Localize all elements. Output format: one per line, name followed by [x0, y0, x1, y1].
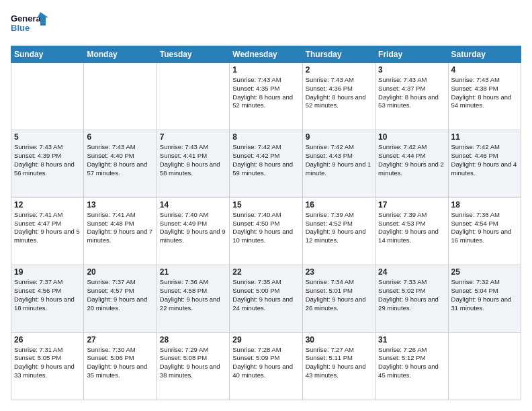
day-number: 5	[14, 132, 81, 142]
calendar-header-row: SundayMondayTuesdayWednesdayThursdayFrid…	[11, 46, 521, 63]
calendar-cell	[157, 63, 229, 130]
day-info: Sunrise: 7:42 AM Sunset: 4:44 PM Dayligh…	[378, 143, 445, 177]
calendar-cell: 2Sunrise: 7:43 AM Sunset: 4:36 PM Daylig…	[302, 63, 375, 130]
day-number: 23	[306, 267, 372, 277]
svg-text:General: General	[11, 13, 43, 24]
day-number: 1	[232, 65, 299, 75]
calendar-cell: 27Sunrise: 7:30 AM Sunset: 5:06 PM Dayli…	[84, 332, 157, 400]
day-number: 13	[87, 200, 153, 210]
day-info: Sunrise: 7:28 AM Sunset: 5:09 PM Dayligh…	[232, 346, 299, 380]
day-number: 26	[14, 335, 81, 345]
day-number: 4	[451, 65, 518, 75]
day-number: 12	[14, 200, 81, 210]
weekday-header-thursday: Thursday	[302, 46, 375, 63]
day-number: 21	[160, 267, 226, 277]
day-info: Sunrise: 7:37 AM Sunset: 4:56 PM Dayligh…	[14, 278, 81, 312]
calendar-week-row: 26Sunrise: 7:31 AM Sunset: 5:05 PM Dayli…	[11, 332, 521, 400]
calendar-cell: 21Sunrise: 7:36 AM Sunset: 4:58 PM Dayli…	[157, 265, 229, 332]
day-number: 20	[87, 267, 153, 277]
calendar-week-row: 19Sunrise: 7:37 AM Sunset: 4:56 PM Dayli…	[11, 265, 521, 332]
calendar-cell: 6Sunrise: 7:43 AM Sunset: 4:40 PM Daylig…	[84, 130, 157, 197]
day-info: Sunrise: 7:37 AM Sunset: 4:57 PM Dayligh…	[87, 278, 153, 312]
weekday-header-friday: Friday	[375, 46, 448, 63]
day-number: 11	[451, 132, 518, 142]
day-info: Sunrise: 7:34 AM Sunset: 5:01 PM Dayligh…	[306, 278, 372, 312]
day-number: 18	[451, 200, 518, 210]
calendar-cell: 16Sunrise: 7:39 AM Sunset: 4:52 PM Dayli…	[302, 197, 375, 265]
day-info: Sunrise: 7:38 AM Sunset: 4:54 PM Dayligh…	[451, 211, 518, 245]
day-info: Sunrise: 7:27 AM Sunset: 5:11 PM Dayligh…	[306, 346, 372, 380]
day-number: 2	[306, 65, 372, 75]
calendar-cell	[11, 63, 84, 130]
day-number: 6	[87, 132, 153, 142]
day-number: 14	[160, 200, 226, 210]
day-number: 8	[232, 132, 299, 142]
day-info: Sunrise: 7:30 AM Sunset: 5:06 PM Dayligh…	[87, 346, 153, 380]
calendar-cell: 13Sunrise: 7:41 AM Sunset: 4:48 PM Dayli…	[84, 197, 157, 265]
day-number: 22	[232, 267, 299, 277]
day-info: Sunrise: 7:43 AM Sunset: 4:35 PM Dayligh…	[232, 76, 299, 110]
calendar-cell: 3Sunrise: 7:43 AM Sunset: 4:37 PM Daylig…	[375, 63, 448, 130]
day-number: 16	[306, 200, 372, 210]
day-info: Sunrise: 7:40 AM Sunset: 4:49 PM Dayligh…	[160, 211, 226, 245]
day-number: 19	[14, 267, 81, 277]
day-number: 25	[451, 267, 518, 277]
day-number: 31	[378, 335, 445, 345]
calendar-cell: 29Sunrise: 7:28 AM Sunset: 5:09 PM Dayli…	[230, 332, 302, 400]
calendar-cell: 23Sunrise: 7:34 AM Sunset: 5:01 PM Dayli…	[302, 265, 375, 332]
day-info: Sunrise: 7:35 AM Sunset: 5:00 PM Dayligh…	[232, 278, 299, 312]
day-number: 24	[378, 267, 445, 277]
calendar-cell: 26Sunrise: 7:31 AM Sunset: 5:05 PM Dayli…	[11, 332, 84, 400]
weekday-header-tuesday: Tuesday	[157, 46, 229, 63]
day-number: 27	[87, 335, 153, 345]
weekday-header-wednesday: Wednesday	[230, 46, 302, 63]
day-info: Sunrise: 7:43 AM Sunset: 4:41 PM Dayligh…	[160, 143, 226, 177]
calendar-table: SundayMondayTuesdayWednesdayThursdayFrid…	[11, 46, 521, 400]
day-info: Sunrise: 7:39 AM Sunset: 4:53 PM Dayligh…	[378, 211, 445, 245]
day-info: Sunrise: 7:33 AM Sunset: 5:02 PM Dayligh…	[378, 278, 445, 312]
day-info: Sunrise: 7:36 AM Sunset: 4:58 PM Dayligh…	[160, 278, 226, 312]
calendar-cell: 12Sunrise: 7:41 AM Sunset: 4:47 PM Dayli…	[11, 197, 84, 265]
calendar-cell: 11Sunrise: 7:42 AM Sunset: 4:46 PM Dayli…	[448, 130, 521, 197]
day-number: 28	[160, 335, 226, 345]
calendar-cell: 14Sunrise: 7:40 AM Sunset: 4:49 PM Dayli…	[157, 197, 229, 265]
calendar-cell: 17Sunrise: 7:39 AM Sunset: 4:53 PM Dayli…	[375, 197, 448, 265]
day-info: Sunrise: 7:40 AM Sunset: 4:50 PM Dayligh…	[232, 211, 299, 245]
calendar-cell: 18Sunrise: 7:38 AM Sunset: 4:54 PM Dayli…	[448, 197, 521, 265]
day-info: Sunrise: 7:29 AM Sunset: 5:08 PM Dayligh…	[160, 346, 226, 380]
day-info: Sunrise: 7:43 AM Sunset: 4:36 PM Dayligh…	[306, 76, 372, 110]
calendar-week-row: 5Sunrise: 7:43 AM Sunset: 4:39 PM Daylig…	[11, 130, 521, 197]
day-info: Sunrise: 7:41 AM Sunset: 4:47 PM Dayligh…	[14, 211, 81, 245]
calendar-cell: 9Sunrise: 7:42 AM Sunset: 4:43 PM Daylig…	[302, 130, 375, 197]
day-info: Sunrise: 7:43 AM Sunset: 4:38 PM Dayligh…	[451, 76, 518, 110]
day-info: Sunrise: 7:31 AM Sunset: 5:05 PM Dayligh…	[14, 346, 81, 380]
day-info: Sunrise: 7:42 AM Sunset: 4:46 PM Dayligh…	[451, 143, 518, 177]
calendar-cell: 10Sunrise: 7:42 AM Sunset: 4:44 PM Dayli…	[375, 130, 448, 197]
weekday-header-monday: Monday	[84, 46, 157, 63]
logo: General Blue	[11, 11, 51, 39]
calendar-week-row: 12Sunrise: 7:41 AM Sunset: 4:47 PM Dayli…	[11, 197, 521, 265]
day-info: Sunrise: 7:42 AM Sunset: 4:42 PM Dayligh…	[232, 143, 299, 177]
calendar-cell: 7Sunrise: 7:43 AM Sunset: 4:41 PM Daylig…	[157, 130, 229, 197]
day-number: 9	[306, 132, 372, 142]
day-number: 29	[232, 335, 299, 345]
day-info: Sunrise: 7:41 AM Sunset: 4:48 PM Dayligh…	[87, 211, 153, 245]
day-info: Sunrise: 7:32 AM Sunset: 5:04 PM Dayligh…	[451, 278, 518, 312]
calendar-cell: 25Sunrise: 7:32 AM Sunset: 5:04 PM Dayli…	[448, 265, 521, 332]
calendar-cell: 19Sunrise: 7:37 AM Sunset: 4:56 PM Dayli…	[11, 265, 84, 332]
calendar-cell: 4Sunrise: 7:43 AM Sunset: 4:38 PM Daylig…	[448, 63, 521, 130]
day-number: 3	[378, 65, 445, 75]
svg-text:Blue: Blue	[11, 23, 30, 33]
calendar-cell: 22Sunrise: 7:35 AM Sunset: 5:00 PM Dayli…	[230, 265, 302, 332]
header: General Blue	[11, 11, 521, 39]
calendar-cell: 5Sunrise: 7:43 AM Sunset: 4:39 PM Daylig…	[11, 130, 84, 197]
day-info: Sunrise: 7:39 AM Sunset: 4:52 PM Dayligh…	[306, 211, 372, 245]
day-number: 15	[232, 200, 299, 210]
day-info: Sunrise: 7:42 AM Sunset: 4:43 PM Dayligh…	[306, 143, 372, 177]
calendar-cell: 28Sunrise: 7:29 AM Sunset: 5:08 PM Dayli…	[157, 332, 229, 400]
day-number: 17	[378, 200, 445, 210]
day-info: Sunrise: 7:43 AM Sunset: 4:40 PM Dayligh…	[87, 143, 153, 177]
weekday-header-sunday: Sunday	[11, 46, 84, 63]
calendar-cell: 20Sunrise: 7:37 AM Sunset: 4:57 PM Dayli…	[84, 265, 157, 332]
calendar-cell: 24Sunrise: 7:33 AM Sunset: 5:02 PM Dayli…	[375, 265, 448, 332]
